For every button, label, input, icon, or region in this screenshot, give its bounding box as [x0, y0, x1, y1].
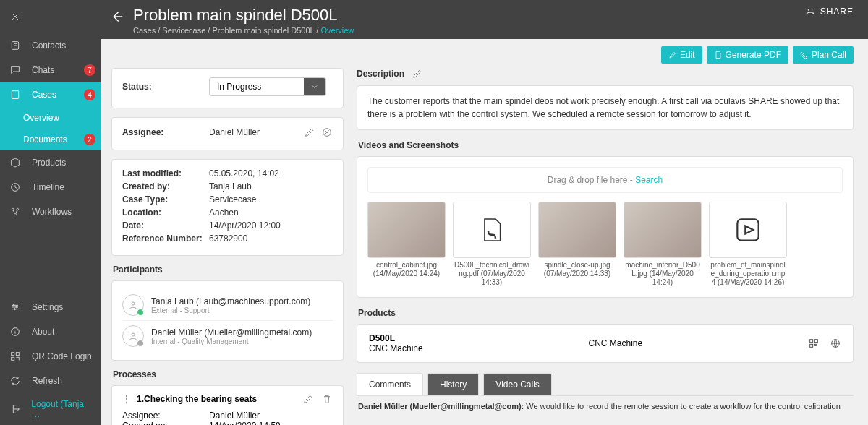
sidebar-label: Logout (Tanja …	[31, 399, 93, 419]
participants-card: Tanja Laub (Laub@machinesupport.com) Ext…	[111, 280, 344, 361]
participant-name: Daniel Müller (Mueller@millingmetal.com)	[151, 327, 312, 338]
media-thumb[interactable]: control_cabinet.jpg (14/May/2020 14:24)	[367, 202, 446, 287]
sidebar-item-workflows[interactable]: Workflows	[0, 199, 101, 224]
qr-icon[interactable]	[808, 338, 820, 349]
process-title: 1.Checking the bearing seats	[137, 394, 257, 404]
settings-icon	[9, 301, 22, 314]
sidebar-item-qr[interactable]: QR Code Login	[0, 344, 101, 369]
assignee-card: Assignee: Daniel Müller	[111, 117, 344, 150]
delete-icon[interactable]	[321, 393, 333, 405]
badge: 7	[84, 64, 95, 76]
media-thumb[interactable]: D500L_technical_drawing.pdf (07/May/2020…	[453, 202, 531, 287]
edit-button[interactable]: Edit	[661, 46, 702, 64]
status-select[interactable]: In Progress	[209, 77, 326, 96]
sidebar-label: Timeline	[32, 182, 64, 192]
plan-call-button[interactable]: Plan Call	[793, 46, 854, 64]
svg-rect-11	[16, 353, 19, 356]
header: Problem main spindel D500L Cases / Servi…	[101, 0, 868, 39]
tab-comments[interactable]: Comments	[357, 373, 423, 395]
chat-icon	[9, 64, 22, 77]
status-card: Status: In Progress	[111, 68, 344, 108]
svg-point-5	[14, 213, 17, 215]
remove-icon[interactable]	[321, 126, 333, 138]
svg-rect-10	[12, 353, 14, 356]
sidebar-item-about[interactable]: About	[0, 319, 101, 344]
products-icon	[9, 156, 22, 169]
search-link[interactable]: Search	[635, 175, 663, 185]
product-card[interactable]: D500L CNC Machine CNC Machine	[357, 324, 854, 363]
participant-row[interactable]: Daniel Müller (Mueller@millingmetal.com)…	[122, 321, 333, 351]
tab-history[interactable]: History	[427, 373, 479, 395]
sidebar-item-contacts[interactable]: Contacts	[0, 33, 101, 58]
cases-icon	[9, 88, 22, 101]
participant-role: Internal - Quality Management	[151, 338, 312, 345]
badge: 4	[84, 89, 95, 100]
svg-rect-16	[737, 219, 758, 240]
dropzone[interactable]: Drag & drop file here - Search	[367, 167, 843, 193]
action-bar: Edit Generate PDF Plan Call	[101, 39, 868, 68]
svg-point-14	[132, 302, 135, 305]
svg-point-7	[16, 306, 17, 308]
sidebar-item-refresh[interactable]: Refresh	[0, 369, 101, 393]
breadcrumb: Cases / Servicecase / Problem main spind…	[133, 26, 354, 35]
close-icon	[9, 10, 22, 23]
tab-video-calls[interactable]: Video Calls	[483, 373, 551, 395]
product-name: D500L	[369, 333, 423, 343]
meta-card: Last modified:05.05.2020, 14:02 Created …	[111, 159, 344, 256]
sidebar-item-settings[interactable]: Settings	[0, 295, 101, 319]
svg-rect-17	[810, 340, 813, 343]
pdf-thumb	[453, 202, 531, 258]
sidebar-item-documents[interactable]: Documents 2	[0, 129, 101, 150]
crumb[interactable]: Cases	[133, 26, 156, 35]
page-title: Problem main spindel D500L	[133, 6, 354, 25]
description-text: The customer reports that the main spind…	[357, 85, 854, 130]
sidebar-label: Contacts	[32, 40, 66, 51]
sidebar-label: Chats	[32, 65, 54, 75]
crumb[interactable]: Problem main spindel D500L	[212, 26, 314, 35]
media-thumb[interactable]: problem_of_mainspindle_during_operation.…	[709, 202, 787, 287]
drag-handle-icon[interactable]: ⋮	[122, 394, 131, 404]
assignee-value: Daniel Müller	[209, 127, 304, 137]
product-category: CNC Machine	[423, 338, 808, 348]
generate-pdf-button[interactable]: Generate PDF	[707, 46, 788, 64]
refresh-icon	[9, 374, 22, 387]
svg-point-6	[13, 304, 14, 306]
avatar	[122, 294, 144, 316]
media-thumb[interactable]: spindle_close-up.jpg (07/May/2020 14:33)	[538, 202, 616, 287]
description-title: Description	[357, 69, 404, 79]
qr-icon	[9, 350, 22, 363]
edit-icon[interactable]	[302, 393, 314, 405]
badge: 2	[84, 134, 95, 145]
participant-role: External - Support	[151, 306, 310, 314]
sidebar-label: Refresh	[32, 376, 62, 386]
sidebar: Contacts Chats 7 Cases 4 Overview Docume…	[0, 0, 101, 425]
back-button[interactable]	[109, 9, 124, 25]
svg-point-8	[14, 309, 15, 310]
workflows-icon	[9, 205, 22, 218]
crumb[interactable]: Servicecase	[162, 26, 205, 35]
media-thumb[interactable]: machine_interior_D500L.jpg (14/May/2020 …	[624, 202, 702, 287]
sidebar-close[interactable]	[0, 0, 101, 33]
participant-row[interactable]: Tanja Laub (Laub@machinesupport.com) Ext…	[122, 290, 333, 321]
sidebar-item-overview[interactable]: Overview	[0, 107, 101, 129]
edit-icon[interactable]	[412, 68, 423, 80]
sidebar-item-cases[interactable]: Cases 4	[0, 82, 101, 107]
sidebar-label: About	[32, 327, 54, 337]
comment-row: Daniel Müller (Mueller@millingmetal@com)…	[357, 396, 854, 416]
sidebar-item-logout[interactable]: Logout (Tanja …	[0, 393, 101, 425]
edit-icon[interactable]	[304, 126, 315, 138]
sidebar-item-chats[interactable]: Chats 7	[0, 58, 101, 82]
participant-name: Tanja Laub (Laub@machinesupport.com)	[151, 296, 310, 306]
globe-icon[interactable]	[830, 338, 841, 349]
sidebar-label: QR Code Login	[32, 351, 92, 361]
sidebar-label: Cases	[32, 90, 56, 100]
status-dot-offline	[137, 340, 144, 347]
timeline-icon	[9, 181, 22, 194]
svg-point-4	[17, 208, 19, 210]
products-title: Products	[358, 308, 854, 318]
image-thumb	[624, 202, 702, 258]
status-value: In Progress	[210, 82, 304, 92]
sidebar-item-products[interactable]: Products	[0, 150, 101, 175]
sidebar-item-timeline[interactable]: Timeline	[0, 175, 101, 199]
share-logo: SHARE	[820, 7, 854, 17]
